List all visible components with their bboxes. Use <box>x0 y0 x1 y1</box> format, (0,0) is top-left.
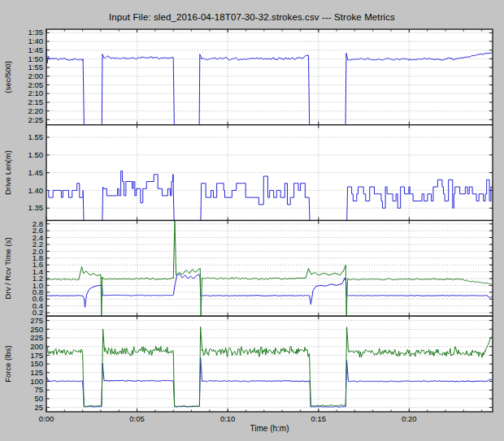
panel-2: 2.82.62.42.22.01.81.61.41.21.00.80.60.40… <box>3 219 493 317</box>
x-tick-label: 0:00 <box>39 414 54 423</box>
y-axis-label-0: (sec/500) <box>3 61 12 93</box>
y-tick-label: 1:45 <box>28 45 44 54</box>
y-tick-label: 1:40 <box>28 37 44 45</box>
y-tick-label: 200 <box>30 342 43 351</box>
y-tick-label: 175 <box>30 351 43 360</box>
y-tick-label: 2:00 <box>28 71 44 80</box>
y-axis-label-2: Drv / Rcv Time (s) <box>3 237 12 299</box>
stroke-metrics-figure: Input File: sled_2016-04-18T07-30-32.str… <box>0 0 504 441</box>
y-axis-label-3: Force (lbs) <box>3 345 12 382</box>
y-tick-label: 2:10 <box>28 89 44 97</box>
y-tick-label: 2:15 <box>28 97 44 106</box>
y-tick-label: 1:35 <box>28 28 44 37</box>
y-tick-label: 125 <box>30 368 43 377</box>
y-tick-label: 2:05 <box>28 80 44 89</box>
y-axis-label-1: Drive Len(m) <box>3 150 12 195</box>
y-tick-label: 1.40 <box>28 186 44 195</box>
x-tick-label: 0:10 <box>220 414 236 423</box>
y-tick-label: 250 <box>30 325 43 334</box>
x-tick-label: 0:20 <box>402 414 417 423</box>
y-tick-label: 25 <box>34 403 43 412</box>
y-tick-label: 150 <box>30 359 43 368</box>
y-tick-label: 225 <box>30 333 43 342</box>
x-tick-label: 0:05 <box>129 414 145 423</box>
panel-3: 275250225200175150125100755025Force (lbs… <box>3 316 493 412</box>
y-tick-label: 100 <box>30 377 43 386</box>
y-tick-label: 2:25 <box>28 115 44 124</box>
stroke-metrics-chart: 1:351:401:451:501:552:002:052:102:152:20… <box>0 0 504 441</box>
panel-1: 1.551.501.451.401.35Drive Len(m) <box>3 125 493 227</box>
y-tick-label: 1.45 <box>28 168 44 177</box>
y-tick-label: 1.35 <box>28 203 44 212</box>
y-tick-label: 1.50 <box>28 150 44 159</box>
y-tick-label: 2:20 <box>28 106 44 115</box>
y-tick-label: 50 <box>34 394 43 403</box>
y-tick-label: 75 <box>34 385 43 394</box>
y-tick-label: 1.55 <box>28 132 44 141</box>
x-axis-label: Time (h:m) <box>250 424 289 433</box>
y-tick-label: 275 <box>30 316 43 325</box>
y-tick-label: 1:55 <box>28 63 44 71</box>
y-tick-label: 1:50 <box>28 54 44 63</box>
x-tick-label: 0:15 <box>311 414 327 423</box>
